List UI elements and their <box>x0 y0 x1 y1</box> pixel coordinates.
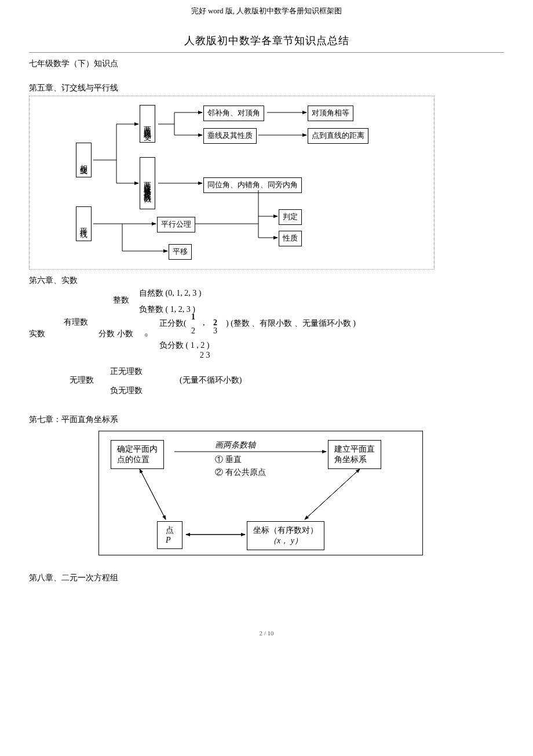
page-counter: 2 / 10 <box>29 630 504 637</box>
chapter6-heading: 第六章、实数 <box>29 275 504 286</box>
chapter7-diagram: 确定平面内 点的位置 画两条数轴 ① 垂直 ② 有公共原点 建立平面直 角坐标系… <box>98 431 423 555</box>
frac-mid: , <box>203 318 205 328</box>
lbl-wuli: 无理数 <box>70 375 94 386</box>
lbl-zero: 0 <box>145 332 148 338</box>
lbl-zhengshu: 整数 <box>113 295 129 306</box>
lbl-wuxun: (无量不循环小数) <box>180 375 242 386</box>
lbl-fufenshu-bot: 2 3 <box>200 351 210 360</box>
grade-subtitle: 七年级数学（下）知识点 <box>29 59 504 69</box>
chapter5-diagram: 相交线 平行线 两条直线相交 两条直线被第三条直线所截 邻补角、对顶角 垂线及其… <box>29 96 435 270</box>
frac1-bot: 2 <box>191 326 195 336</box>
lbl-ziranshu: 自然数 (0, 1, 2, 3 ) <box>139 288 201 299</box>
lbl-shishu: 实数 <box>29 329 45 339</box>
chapter7-connectors <box>99 431 424 556</box>
lbl-zhengfenshu: 正分数( <box>159 318 187 329</box>
lbl-fuzhengshu: 负整数 ( 1, 2, 3 ) <box>139 304 195 315</box>
lbl-youli: 有理数 <box>64 317 88 328</box>
chapter6-tree: 实数 有理数 无理数 整数 分数 小数 0 自然数 (0, 1, 2, 3 ) … <box>29 288 504 410</box>
chapter7-heading: 第七章：平面直角坐标系 <box>29 415 504 425</box>
svg-line-2 <box>140 469 166 519</box>
lbl-zhengwuli: 正无理数 <box>110 366 143 377</box>
lbl-fenshu: 分数 小数 <box>98 329 133 339</box>
doc-header: 完好 word 版, 人教版初中数学各册知识框架图 <box>29 6 504 16</box>
chapter5-heading: 第五章、订交线与平行线 <box>29 83 504 93</box>
lbl-fuwuli: 负无理数 <box>110 386 143 396</box>
divider <box>29 52 504 53</box>
chapter5-connectors <box>30 96 435 270</box>
lbl-zhengfenshu-tail: ) (整数 、有限小数 、无量循环小数 ) <box>226 318 356 329</box>
chapter8-heading: 第八章、二元一次方程组 <box>29 573 504 583</box>
frac2-bot: 3 <box>213 326 217 336</box>
lbl-fufenshu: 负分数 ( 1 , 2 ) <box>159 340 209 351</box>
svg-line-4 <box>305 469 360 519</box>
doc-title: 人教版初中数学各章节知识点总结 <box>29 34 504 48</box>
frac1-top: 1 <box>191 312 195 322</box>
